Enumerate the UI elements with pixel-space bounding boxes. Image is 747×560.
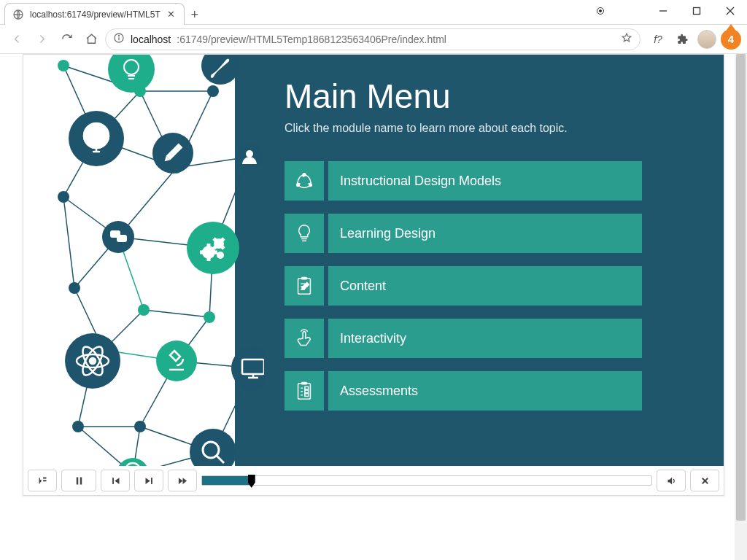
module-label: Content [328, 266, 642, 306]
notification-badge[interactable]: 4 [721, 29, 741, 50]
svg-point-61 [246, 150, 253, 158]
main-panel: Main Menu Click the module name to learn… [235, 55, 724, 466]
svg-point-42 [58, 60, 69, 71]
window-maximize-button[interactable] [680, 0, 713, 22]
page-subtitle: Click the module name to learn more abou… [285, 122, 705, 135]
site-info-icon[interactable] [113, 32, 125, 46]
tab-strip: localhost:61749/preview/HTML5T ✕ + [0, 0, 205, 25]
svg-point-48 [58, 191, 69, 203]
module-label: Interactivity [328, 319, 642, 358]
module-clipboard-edit[interactable]: Content [285, 266, 705, 306]
svg-point-46 [204, 311, 215, 323]
window-minimize-button[interactable] [646, 0, 680, 22]
svg-point-79 [231, 346, 264, 390]
forward-button[interactable] [31, 28, 53, 50]
toc-button[interactable] [28, 470, 57, 491]
window-close-button[interactable] [713, 0, 747, 22]
forward-step-button[interactable] [134, 470, 163, 491]
vertical-scrollbar[interactable] [735, 54, 747, 560]
scrollbar-thumb[interactable] [736, 54, 746, 521]
tab-title: localhost:61749/preview/HTML5T [30, 9, 160, 20]
extension-f[interactable]: f? [648, 29, 668, 50]
progress-thumb[interactable] [248, 475, 255, 488]
svg-rect-98 [39, 478, 39, 483]
browser-toolbar: localhost:61749/preview/HTML5Temp1868123… [0, 25, 747, 54]
svg-point-9 [118, 35, 119, 36]
module-bulb[interactable]: Learning Design [285, 214, 705, 253]
svg-point-49 [69, 282, 80, 294]
svg-point-2 [600, 10, 602, 12]
svg-point-81 [190, 429, 236, 466]
svg-rect-102 [151, 478, 152, 484]
extensions-puzzle-icon[interactable] [673, 29, 693, 50]
svg-rect-96 [305, 390, 309, 393]
cycle-icon [285, 161, 324, 201]
svg-point-47 [207, 85, 219, 97]
svg-rect-64 [117, 235, 127, 242]
address-bar[interactable]: localhost:61749/preview/HTML5Temp1868123… [105, 28, 640, 50]
volume-button[interactable] [657, 470, 686, 491]
reload-button[interactable] [55, 28, 77, 50]
browser-tab[interactable]: localhost:61749/preview/HTML5T ✕ [4, 3, 185, 25]
window-controls [584, 0, 747, 22]
svg-point-68 [217, 252, 224, 259]
back-button[interactable] [6, 28, 28, 50]
progress-fill [202, 476, 252, 485]
page-title: Main Menu [285, 77, 705, 116]
exit-button[interactable] [690, 470, 719, 491]
playbar [23, 466, 724, 495]
module-list: Instructional Design ModelsLearning Desi… [285, 161, 705, 411]
pause-button[interactable] [61, 470, 96, 491]
decorative-network-art [23, 55, 235, 466]
bulb-icon [285, 214, 324, 253]
svg-point-52 [72, 421, 84, 432]
svg-rect-95 [305, 386, 309, 389]
svg-rect-92 [301, 277, 307, 280]
svg-rect-94 [301, 382, 307, 385]
module-label: Learning Design [328, 214, 642, 253]
extensions-row: f? 4 [648, 29, 741, 50]
svg-point-84 [117, 458, 149, 466]
rewind-button[interactable] [101, 470, 130, 491]
svg-rect-100 [80, 477, 82, 484]
clipboard-edit-icon [285, 266, 324, 306]
fast-forward-button[interactable] [168, 470, 197, 491]
course-stage: Main Menu Click the module name to learn… [23, 55, 724, 466]
svg-line-29 [144, 310, 209, 317]
svg-rect-101 [112, 478, 114, 484]
clipboard-check-icon [285, 371, 324, 411]
globe-icon [12, 9, 24, 20]
bookmark-star-icon[interactable] [621, 32, 632, 46]
course-stage-outer: Main Menu Click the module name to learn… [23, 54, 724, 496]
module-label: Assessments [328, 371, 642, 411]
svg-line-39 [78, 427, 133, 466]
url-host: localhost [131, 34, 171, 45]
svg-rect-4 [694, 8, 700, 15]
module-cycle[interactable]: Instructional Design Models [285, 161, 705, 201]
svg-point-45 [138, 304, 150, 316]
svg-point-77 [90, 358, 96, 364]
svg-point-55 [201, 55, 239, 85]
home-button[interactable] [80, 28, 102, 50]
window-titlebar: localhost:61749/preview/HTML5T ✕ + [0, 0, 747, 25]
progress-bar[interactable] [201, 475, 652, 486]
svg-point-51 [134, 421, 146, 432]
svg-line-23 [63, 197, 74, 288]
touch-icon [285, 319, 324, 358]
svg-rect-99 [76, 477, 78, 484]
module-label: Instructional Design Models [328, 161, 642, 201]
module-touch[interactable]: Interactivity [285, 319, 705, 358]
page-viewport: Main Menu Click the module name to learn… [0, 54, 747, 560]
profile-avatar[interactable] [697, 30, 716, 49]
account-badge-icon[interactable] [584, 0, 617, 22]
new-tab-button[interactable]: + [185, 4, 205, 25]
svg-rect-97 [305, 394, 309, 397]
tab-close-icon[interactable]: ✕ [166, 9, 177, 20]
module-clipboard-check[interactable]: Assessments [285, 371, 705, 411]
url-path: :61749/preview/HTML5Temp1868123563406Pre… [177, 34, 446, 45]
